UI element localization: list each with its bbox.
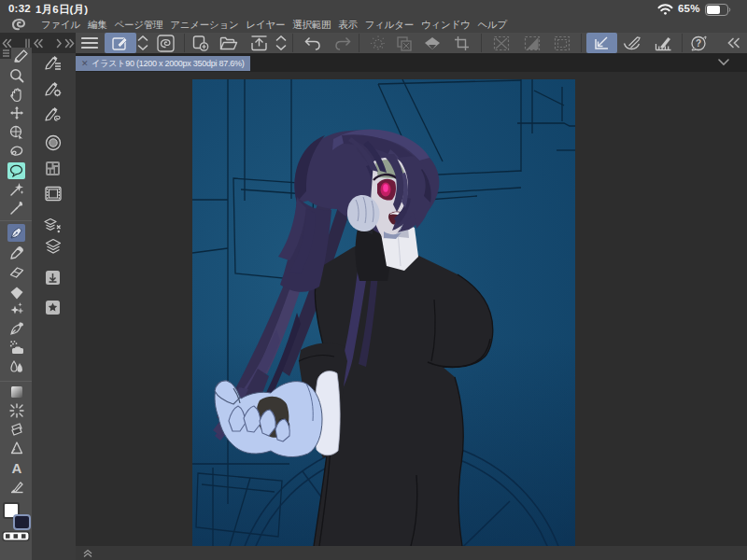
svg-text:?: ? bbox=[696, 38, 701, 49]
svg-text:A: A bbox=[12, 460, 22, 475]
